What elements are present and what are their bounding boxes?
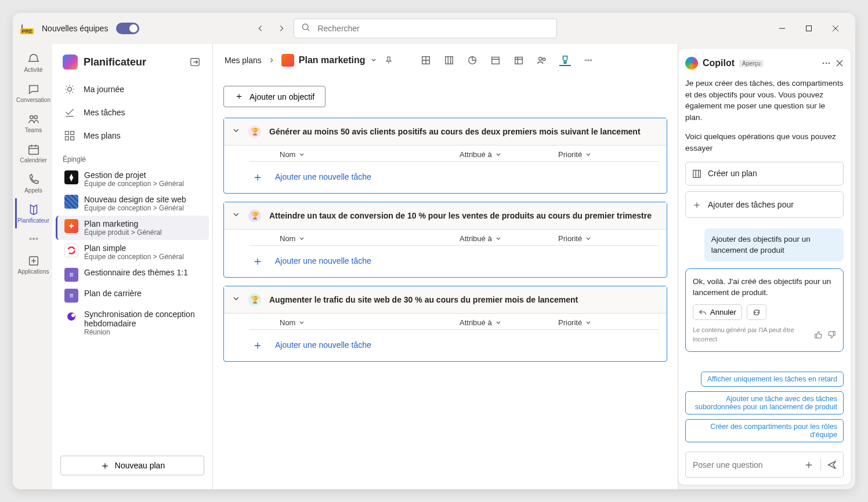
plan-breadcrumb[interactable]: Plan marketing	[281, 54, 377, 67]
pinned-plan[interactable]: ≡ Gestionnaire des thèmes 1:1	[56, 264, 209, 285]
plan-subtitle: Équipe de conception > Général	[84, 253, 184, 261]
nav-my-day[interactable]: Ma journée	[52, 78, 212, 101]
rail-activity[interactable]: Activité	[15, 48, 50, 78]
goal-header[interactable]: 🏆 Atteindre un taux de conversion de 10 …	[224, 202, 667, 230]
col-name[interactable]: Nom	[280, 318, 460, 327]
search-box[interactable]	[294, 19, 557, 38]
view-more-icon[interactable]	[583, 54, 594, 66]
col-priority[interactable]: Priorité	[558, 318, 659, 327]
regenerate-button[interactable]	[747, 304, 766, 320]
col-name[interactable]: Nom	[280, 150, 460, 159]
crumb-root[interactable]: Mes plans	[225, 56, 262, 65]
plan-subtitle: Équipe produit > Général	[84, 228, 162, 237]
user-message: Ajouter des objectifs pour un lancement …	[704, 228, 844, 261]
plan-icon: ✦	[64, 219, 78, 233]
rail-label: Planificateur	[17, 217, 49, 224]
app-rail: Activité Conversation Teams Calendrier A…	[13, 44, 52, 489]
teams-logo-icon: PRE	[21, 22, 34, 35]
search-input[interactable]	[316, 23, 549, 34]
plan-title: Gestionnaire des thèmes 1:1	[84, 268, 188, 277]
pinned-plan[interactable]: Nouveau design de site web Équipe de con…	[56, 191, 209, 216]
col-name[interactable]: Nom	[280, 234, 460, 243]
nav-my-plans[interactable]: Mes plans	[52, 124, 212, 147]
svg-point-26	[538, 57, 541, 60]
col-assigned[interactable]: Attribué à	[460, 150, 558, 159]
copilot-intro: Je peux créer des tâches, des compartime…	[685, 78, 844, 123]
pinned-plan[interactable]: Synchronisation de conception hebdomadai…	[56, 306, 209, 340]
plan-icon: ≡	[64, 289, 78, 303]
svg-point-27	[542, 57, 545, 60]
view-board-icon[interactable]	[443, 54, 455, 66]
col-priority[interactable]: Priorité	[558, 234, 659, 243]
plan-name: Plan marketing	[299, 55, 366, 66]
col-assigned[interactable]: Attribué à	[460, 318, 558, 327]
more-icon[interactable]	[822, 59, 831, 68]
rail-calendar[interactable]: Calendrier	[15, 138, 50, 168]
preview-toggle[interactable]	[116, 23, 139, 34]
view-grid-icon[interactable]	[420, 54, 432, 66]
sidebar-header: Planificateur	[52, 51, 212, 78]
rail-label: Appels	[24, 187, 42, 194]
rail-chat[interactable]: Conversation	[15, 78, 50, 108]
plus-icon: ＋	[234, 90, 244, 103]
window-controls	[771, 20, 847, 37]
svg-point-10	[36, 238, 38, 240]
add-task-row[interactable]: ＋ Ajouter une nouvelle tâche	[224, 162, 667, 193]
goal-title: Atteindre un taux de conversion de 10 % …	[269, 211, 652, 220]
minimize-button[interactable]	[771, 20, 794, 37]
send-icon[interactable]	[827, 460, 837, 470]
rail-calls[interactable]: Appels	[15, 168, 50, 198]
pin-icon[interactable]	[384, 56, 393, 65]
nav-label: Mes tâches	[84, 108, 125, 117]
goal-card: 🏆 Générer au moins 50 avis clients posit…	[223, 118, 667, 194]
view-schedule-icon[interactable]	[490, 54, 501, 66]
attach-icon[interactable]: ＋	[803, 457, 815, 472]
copilot-response-card: Ok, voilà. J'ai créé des objectifs pour …	[685, 268, 844, 352]
copilot-panel: Copilot Aperçu Je peux créer des tâches,…	[678, 49, 851, 485]
suggestion-chip[interactable]: Ajouter une tâche avec des tâches subord…	[685, 391, 844, 414]
pinned-plan[interactable]: ≡ Plan de carrière	[56, 285, 209, 306]
suggestion-add-tasks[interactable]: ＋ Ajouter des tâches pour	[685, 191, 844, 218]
rail-more[interactable]	[15, 228, 50, 249]
pinned-plan[interactable]: Plan simple Équipe de conception > Génér…	[56, 240, 209, 264]
back-button[interactable]	[256, 24, 265, 32]
pinned-plan[interactable]: ⧫ Gestion de projet Équipe de conception…	[56, 167, 209, 191]
new-plan-button[interactable]: ＋ Nouveau plan	[60, 456, 204, 475]
history-nav	[256, 24, 285, 32]
forward-button[interactable]	[277, 24, 285, 32]
goal-header[interactable]: 🏆 Générer au moins 50 avis clients posit…	[224, 118, 667, 145]
plus-icon: ＋	[100, 459, 110, 472]
copilot-input[interactable]	[692, 460, 797, 470]
col-assigned[interactable]: Attribué à	[460, 234, 558, 243]
view-chart-icon[interactable]	[466, 54, 478, 66]
rail-teams[interactable]: Teams	[15, 108, 50, 138]
view-timeline-icon[interactable]	[513, 54, 525, 66]
rail-apps[interactable]: Applications	[15, 249, 50, 279]
plus-icon: ＋	[251, 254, 265, 268]
titlebar: PRE Nouvelles équipes	[13, 13, 855, 44]
nav-my-tasks[interactable]: Mes tâches	[52, 101, 212, 124]
close-window-button[interactable]	[824, 20, 847, 37]
pinned-plan-selected[interactable]: ✦ Plan marketing Équipe produit > Généra…	[56, 216, 209, 240]
view-people-icon[interactable]	[536, 54, 548, 66]
suggestion-create-plan[interactable]: Créer un plan	[685, 162, 844, 185]
undo-button[interactable]: Annuler	[693, 304, 742, 320]
view-goals-icon[interactable]	[559, 54, 571, 66]
rail-planner[interactable]: Planificateur	[15, 198, 50, 228]
app-window: PRE Nouvelles équipes Activité Conv	[13, 13, 855, 489]
svg-rect-17	[71, 137, 74, 140]
col-priority[interactable]: Priorité	[558, 150, 659, 159]
goal-header[interactable]: 🏆 Augmenter le trafic du site web de 30 …	[224, 286, 667, 314]
copilot-input-box[interactable]: ＋	[685, 452, 844, 478]
add-task-row[interactable]: ＋ Ajouter une nouvelle tâche	[224, 246, 667, 277]
thumbs-down-icon[interactable]	[827, 330, 836, 339]
close-icon[interactable]	[836, 59, 844, 67]
thumbs-up-icon[interactable]	[814, 330, 823, 339]
maximize-button[interactable]	[797, 20, 820, 37]
suggestion-chip[interactable]: Créer des compartiments pour les rôles d…	[685, 419, 844, 442]
expand-sidebar-icon[interactable]	[188, 55, 202, 69]
add-objective-button[interactable]: ＋ Ajouter un objectif	[223, 86, 326, 107]
suggestion-chip[interactable]: Afficher uniquement les tâches en retard	[701, 372, 844, 387]
nav-label: Mes plans	[84, 131, 121, 140]
add-task-row[interactable]: ＋ Ajouter une nouvelle tâche	[224, 330, 667, 361]
